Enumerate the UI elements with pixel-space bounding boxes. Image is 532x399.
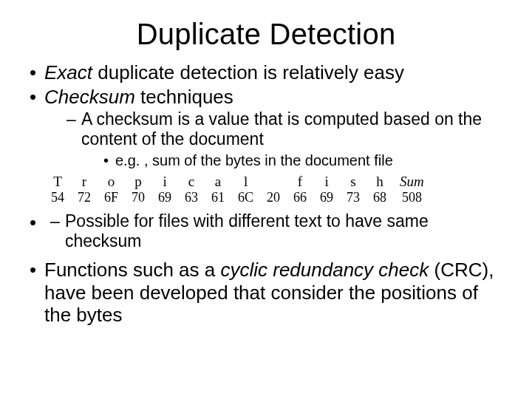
hex-val: 6F bbox=[98, 190, 125, 205]
bullet-exact-em: Exact bbox=[44, 61, 92, 83]
hex-char bbox=[260, 174, 287, 190]
eg-list: e.g. , sum of the bytes in the document … bbox=[81, 151, 504, 169]
hex-char: r bbox=[71, 174, 98, 190]
bullet-crc-pre: Functions such as a bbox=[44, 259, 220, 281]
hex-sum-label: Sum bbox=[393, 174, 431, 190]
hex-val: 6C bbox=[231, 190, 260, 205]
hex-table: T r o p i c a l f i s h Sum 54 72 6F 70 … bbox=[44, 174, 431, 205]
hex-sum-value: 508 bbox=[393, 190, 431, 205]
hex-val: 72 bbox=[71, 190, 98, 205]
hex-val: 54 bbox=[44, 190, 71, 205]
hex-val: 68 bbox=[366, 190, 393, 205]
hex-val: 69 bbox=[151, 190, 178, 205]
hex-char: a bbox=[205, 174, 231, 190]
hex-char: h bbox=[366, 174, 393, 190]
eg-sum-bytes: e.g. , sum of the bytes in the document … bbox=[103, 151, 504, 169]
bullet-checksum-em: Checksum bbox=[44, 86, 135, 108]
hex-val: 66 bbox=[287, 190, 313, 205]
hex-chars-row: T r o p i c a l f i s h Sum bbox=[44, 174, 431, 190]
slide: Duplicate Detection Exact duplicate dete… bbox=[0, 0, 532, 399]
hex-char: c bbox=[178, 174, 205, 190]
hex-val: 70 bbox=[125, 190, 151, 205]
sub-checksum-def-text: A checksum is a value that is computed b… bbox=[81, 109, 482, 149]
bullet-checksum-cont: Possible for files with different text t… bbox=[28, 211, 504, 251]
hex-val: 20 bbox=[260, 190, 287, 205]
hex-val: 73 bbox=[340, 190, 366, 205]
hex-values-row: 54 72 6F 70 69 63 61 6C 20 66 69 73 68 5… bbox=[44, 190, 431, 205]
hex-char: l bbox=[231, 174, 260, 190]
hex-char: i bbox=[151, 174, 178, 190]
hex-char: f bbox=[287, 174, 313, 190]
sub-collision: Possible for files with different text t… bbox=[50, 211, 504, 251]
checksum-sublist: A checksum is a value that is computed b… bbox=[44, 109, 504, 168]
bullet-list-cont: Possible for files with different text t… bbox=[28, 211, 504, 327]
slide-title: Duplicate Detection bbox=[28, 18, 504, 51]
hex-char: i bbox=[313, 174, 340, 190]
hex-val: 63 bbox=[178, 190, 205, 205]
hex-char: s bbox=[340, 174, 366, 190]
checksum-sublist-2: Possible for files with different text t… bbox=[28, 211, 504, 251]
bullet-checksum: Checksum techniques A checksum is a valu… bbox=[28, 86, 504, 169]
bullet-checksum-rest: techniques bbox=[135, 86, 233, 108]
hex-char: p bbox=[125, 174, 151, 190]
bullet-crc-em: cyclic redundancy check bbox=[220, 259, 429, 281]
bullet-list: Exact duplicate detection is relatively … bbox=[28, 61, 504, 169]
bullet-exact-rest: duplicate detection is relatively easy bbox=[92, 61, 404, 83]
bullet-exact: Exact duplicate detection is relatively … bbox=[28, 61, 504, 84]
hex-val: 69 bbox=[313, 190, 340, 205]
hex-val: 61 bbox=[205, 190, 231, 205]
hex-char: o bbox=[98, 174, 125, 190]
hex-char: T bbox=[44, 174, 71, 190]
sub-checksum-def: A checksum is a value that is computed b… bbox=[66, 109, 504, 168]
bullet-crc: Functions such as a cyclic redundancy ch… bbox=[28, 259, 504, 327]
